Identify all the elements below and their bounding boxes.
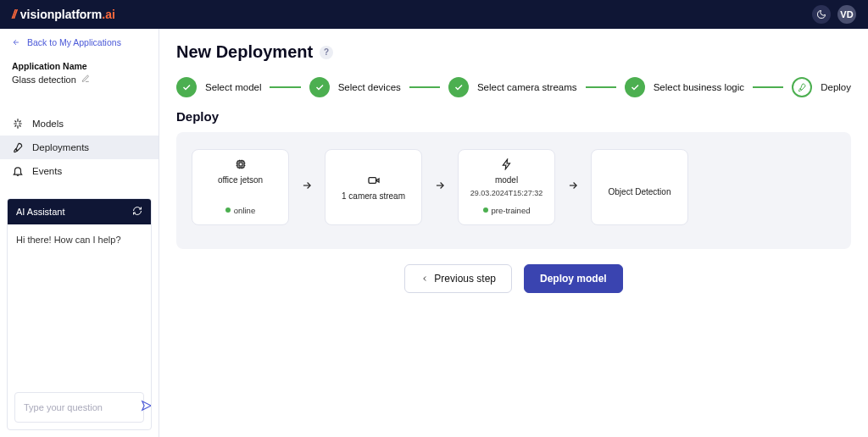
footer-buttons: Previous step Deploy model bbox=[176, 264, 851, 293]
step-label: Select model bbox=[205, 82, 261, 92]
deploy-model-button[interactable]: Deploy model bbox=[524, 264, 623, 293]
step-select-model[interactable]: Select model bbox=[176, 77, 261, 97]
page-title-row: New Deployment ? bbox=[176, 42, 851, 62]
status-dot-icon bbox=[225, 207, 231, 213]
stream-card[interactable]: 1 camera stream bbox=[325, 149, 422, 225]
step-label: Select devices bbox=[338, 82, 401, 92]
model-status: pre-trained bbox=[492, 206, 531, 215]
deploy-model-label: Deploy model bbox=[540, 273, 607, 285]
topbar-right: VD bbox=[812, 5, 856, 24]
camera-icon bbox=[366, 174, 381, 187]
ai-assistant-input[interactable] bbox=[24, 402, 141, 412]
sparkle-icon bbox=[12, 118, 24, 130]
check-icon bbox=[176, 77, 197, 97]
stream-count: 1 camera stream bbox=[342, 191, 405, 201]
avatar[interactable]: VD bbox=[837, 5, 856, 24]
deploy-summary-stage: office jetson online 1 camera stream mod… bbox=[176, 132, 851, 249]
arrow-right-icon bbox=[431, 180, 449, 195]
main-content: New Deployment ? Select model Select dev… bbox=[159, 29, 868, 437]
stepper: Select model Select devices Select camer… bbox=[176, 77, 851, 97]
step-label: Select camera streams bbox=[477, 82, 577, 92]
step-connector bbox=[586, 86, 616, 88]
application-name-value: Glass detection bbox=[12, 75, 76, 85]
ai-assistant-panel: AI Assistant Hi there! How can I help? bbox=[7, 198, 152, 430]
arrow-left-icon bbox=[12, 38, 20, 47]
check-icon bbox=[448, 77, 469, 97]
brand-suffix: .ai bbox=[102, 8, 115, 21]
step-label: Deploy bbox=[821, 82, 851, 92]
brand-name: visionplatform bbox=[20, 8, 102, 21]
arrow-right-icon bbox=[564, 180, 582, 195]
ai-assistant-greeting: Hi there! How can I help? bbox=[16, 235, 121, 245]
device-name: office jetson bbox=[218, 175, 263, 185]
device-card[interactable]: office jetson online bbox=[192, 149, 289, 225]
previous-step-button[interactable]: Previous step bbox=[404, 264, 512, 293]
topbar: // visionplatform.ai VD bbox=[0, 0, 868, 29]
step-connector bbox=[753, 86, 783, 88]
sidebar-item-label: Deployments bbox=[32, 142, 89, 152]
sidebar-nav: Models Deployments Events bbox=[0, 112, 159, 183]
model-card[interactable]: model 29.03.2024T15:27:32 pre-trained bbox=[458, 149, 555, 225]
pencil-icon bbox=[81, 75, 90, 83]
avatar-initials: VD bbox=[840, 9, 853, 19]
page-title: New Deployment bbox=[176, 42, 313, 62]
step-connector bbox=[409, 86, 440, 88]
arrow-right-icon bbox=[298, 180, 316, 195]
back-link-label: Back to My Applications bbox=[27, 37, 121, 47]
rocket-icon bbox=[12, 141, 24, 153]
help-button[interactable]: ? bbox=[320, 46, 333, 59]
step-select-camera-streams[interactable]: Select camera streams bbox=[448, 77, 577, 97]
refresh-assistant-button[interactable] bbox=[132, 206, 142, 218]
device-status: online bbox=[234, 206, 255, 215]
bell-icon bbox=[12, 165, 24, 177]
ai-assistant-input-wrap bbox=[14, 392, 144, 423]
rocket-icon bbox=[792, 77, 812, 97]
send-icon bbox=[141, 400, 152, 412]
bolt-icon bbox=[501, 158, 513, 171]
back-to-applications-link[interactable]: Back to My Applications bbox=[0, 29, 159, 56]
cpu-icon bbox=[234, 158, 248, 171]
check-icon bbox=[309, 77, 330, 97]
application-name-label: Application Name bbox=[12, 61, 147, 71]
sidebar-item-label: Events bbox=[32, 166, 62, 176]
business-logic-card[interactable]: Object Detection bbox=[591, 149, 688, 225]
svg-rect-0 bbox=[237, 161, 244, 168]
status-dot-icon bbox=[483, 207, 488, 213]
sidebar-item-deployments[interactable]: Deployments bbox=[0, 136, 159, 159]
ai-assistant-title: AI Assistant bbox=[16, 207, 64, 217]
step-select-business-logic[interactable]: Select business logic bbox=[625, 77, 744, 97]
sidebar-item-models[interactable]: Models bbox=[0, 112, 159, 136]
business-logic-name: Object Detection bbox=[609, 187, 671, 196]
sidebar: Back to My Applications Application Name… bbox=[0, 29, 159, 437]
edit-application-name-button[interactable] bbox=[81, 75, 90, 85]
theme-toggle-button[interactable] bbox=[812, 5, 831, 24]
ai-assistant-body: Hi there! How can I help? bbox=[8, 224, 151, 385]
brand-logo[interactable]: // visionplatform.ai bbox=[12, 8, 115, 21]
sidebar-item-events[interactable]: Events bbox=[0, 159, 159, 183]
step-connector bbox=[270, 86, 300, 88]
moon-icon bbox=[816, 9, 826, 19]
application-name-block: Application Name Glass detection bbox=[0, 56, 159, 97]
question-icon: ? bbox=[324, 47, 329, 57]
step-label: Select business logic bbox=[654, 82, 744, 92]
previous-step-label: Previous step bbox=[434, 273, 496, 285]
ai-assistant-header: AI Assistant bbox=[8, 199, 151, 224]
send-button[interactable] bbox=[141, 400, 152, 415]
model-name: model bbox=[495, 175, 518, 185]
check-icon bbox=[625, 77, 645, 97]
svg-rect-1 bbox=[239, 163, 242, 166]
sidebar-item-label: Models bbox=[32, 119, 64, 129]
step-select-devices[interactable]: Select devices bbox=[309, 77, 401, 97]
chevron-left-icon bbox=[420, 274, 429, 283]
refresh-icon bbox=[132, 206, 142, 216]
step-deploy[interactable]: Deploy bbox=[792, 77, 851, 97]
section-title: Deploy bbox=[176, 109, 851, 124]
model-timestamp: 29.03.2024T15:27:32 bbox=[470, 189, 543, 197]
brand-slashes-icon: // bbox=[12, 8, 15, 21]
svg-rect-2 bbox=[369, 178, 376, 184]
